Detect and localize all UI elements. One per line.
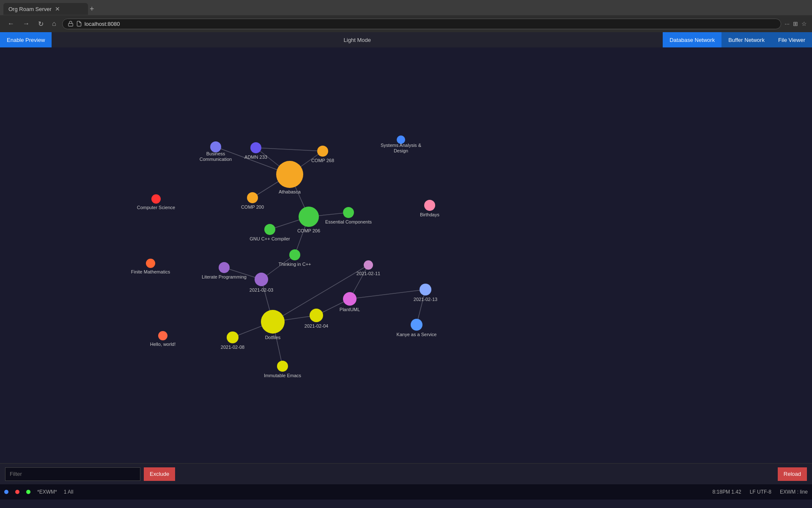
- node-label-business_comm: Business: [206, 151, 225, 156]
- node-thinking_cpp[interactable]: Thinking in C++: [278, 249, 311, 267]
- node-comp200[interactable]: COMP 200: [241, 192, 264, 210]
- node-literate_prog[interactable]: Literate Programming: [202, 262, 247, 279]
- workspace-label: 1 All: [64, 489, 74, 495]
- node-dotfiles[interactable]: Dotfiles: [261, 310, 285, 340]
- node-birthdays[interactable]: Birthdays: [420, 200, 439, 217]
- exwm-label: *EXWM*: [37, 489, 57, 495]
- node-comp206[interactable]: COMP 206: [297, 207, 320, 233]
- node-plantuml[interactable]: PlantUML: [340, 292, 360, 312]
- node-circle-computer_science: [151, 194, 161, 204]
- address-bar[interactable]: localhost:8080: [62, 19, 782, 29]
- node-circle-thinking_cpp: [289, 249, 300, 260]
- home-button[interactable]: ⌂: [49, 19, 59, 28]
- node-label-essential_components: Essential Components: [325, 219, 372, 224]
- back-button[interactable]: ←: [5, 19, 17, 28]
- node-label-2021_02_11: 2021-02-11: [357, 271, 380, 276]
- node-circle-2021_02_04: [310, 309, 323, 322]
- nav-tabs: Database Network Buffer Network File Vie…: [663, 32, 812, 47]
- forward-button[interactable]: →: [20, 19, 32, 28]
- database-network-tab[interactable]: Database Network: [663, 32, 721, 47]
- node-circle-comp206: [299, 207, 319, 227]
- file-viewer-tab[interactable]: File Viewer: [771, 32, 812, 47]
- node-label-athabasca: Athabasca: [279, 189, 301, 194]
- node-circle-gnu_cpp: [264, 224, 275, 235]
- node-label-plantuml: PlantUML: [340, 307, 360, 312]
- node-business_comm[interactable]: BusinessCommunication: [200, 141, 232, 162]
- node-label-hello_world: Hello, world!: [150, 342, 176, 347]
- node-circle-birthdays: [424, 200, 435, 211]
- node-essential_components[interactable]: Essential Components: [325, 207, 372, 224]
- exclude-button[interactable]: Exclude: [144, 467, 175, 481]
- node-computer_science[interactable]: Computer Science: [137, 194, 176, 210]
- node-label-comp200: COMP 200: [241, 204, 264, 210]
- node-circle-kanye: [411, 319, 422, 331]
- node-label-thinking_cpp: Thinking in C++: [278, 262, 311, 267]
- enable-preview-button[interactable]: Enable Preview: [0, 32, 52, 47]
- node-label-immutable_emacs: Immutable Emacs: [264, 373, 302, 378]
- url-display: localhost:8080: [85, 21, 120, 27]
- node-systems_analysis[interactable]: Systems Analysis &Design: [381, 135, 422, 153]
- node-2021_02_13[interactable]: 2021-02-13: [414, 284, 437, 302]
- refresh-button[interactable]: ↻: [36, 19, 46, 29]
- extensions-icon[interactable]: ⊞: [793, 20, 798, 27]
- node-label-2021_02_04: 2021-02-04: [304, 323, 328, 329]
- node-circle-literate_prog: [219, 262, 230, 273]
- node-2021_02_03[interactable]: 2021-02-03: [250, 273, 273, 293]
- app-bar: Enable Preview Light Mode Database Netwo…: [0, 32, 812, 47]
- status-right: 8:18PM 1.42 LF UTF-8 EXWM : line: [713, 489, 808, 495]
- tab-close-button[interactable]: ✕: [55, 6, 60, 12]
- status-bar: *EXWM* 1 All 8:18PM 1.42 LF UTF-8 EXWM :…: [0, 484, 812, 500]
- node-circle-dotfiles: [261, 310, 285, 334]
- network-canvas[interactable]: AthabascaCOMP 206ADMN 233COMP 268Busines…: [0, 47, 812, 463]
- node-admn233[interactable]: ADMN 233: [244, 142, 267, 160]
- node-label-computer_science: Computer Science: [137, 205, 176, 210]
- node-label-business_comm: Communication: [200, 157, 232, 162]
- reload-button[interactable]: Reload: [778, 467, 807, 481]
- status-dot-red: [15, 490, 19, 494]
- page-icon: [76, 21, 82, 27]
- node-circle-comp200: [247, 192, 258, 203]
- lock-icon: [68, 21, 74, 27]
- node-label-comp206: COMP 206: [297, 228, 320, 233]
- browser-extras: ··· ⊞ ☆: [785, 20, 807, 27]
- more-button[interactable]: ···: [785, 20, 790, 27]
- node-circle-finite_math: [146, 259, 155, 268]
- node-gnu_cpp[interactable]: GNU C++ Compiler: [250, 224, 290, 241]
- node-hello_world[interactable]: Hello, world!: [150, 331, 176, 347]
- node-label-kanye: Kanye as a Service: [397, 332, 437, 337]
- status-dot-green: [26, 490, 30, 494]
- tab-title: Org Roam Server: [8, 6, 52, 12]
- node-label-2021_02_13: 2021-02-13: [414, 297, 437, 302]
- node-label-gnu_cpp: GNU C++ Compiler: [250, 236, 290, 241]
- node-label-2021_02_08: 2021-02-08: [221, 345, 244, 350]
- filter-input[interactable]: [5, 467, 140, 481]
- nav-bar: ← → ↻ ⌂ localhost:8080 ··· ⊞ ☆: [0, 15, 812, 32]
- browser-chrome: Org Roam Server ✕ + ← → ↻ ⌂ localhost:80…: [0, 0, 812, 32]
- svg-rect-0: [68, 23, 73, 26]
- network-svg: AthabascaCOMP 206ADMN 233COMP 268Busines…: [0, 47, 812, 463]
- node-immutable_emacs[interactable]: Immutable Emacs: [264, 361, 302, 378]
- node-finite_math[interactable]: Finite Mathematics: [131, 259, 170, 274]
- node-label-literate_prog: Literate Programming: [202, 274, 247, 279]
- node-label-finite_math: Finite Mathematics: [131, 269, 170, 274]
- edge-admn233-comp268: [256, 148, 323, 151]
- status-dot-blue: [4, 490, 8, 494]
- new-tab-button[interactable]: +: [90, 5, 94, 14]
- node-circle-athabasca: [276, 161, 303, 188]
- node-2021_02_11[interactable]: 2021-02-11: [357, 260, 380, 276]
- node-circle-2021_02_08: [227, 331, 239, 343]
- node-circle-plantuml: [343, 292, 357, 306]
- active-tab[interactable]: Org Roam Server ✕: [3, 3, 88, 15]
- node-label-2021_02_03: 2021-02-03: [250, 287, 273, 293]
- bookmark-icon[interactable]: ☆: [801, 20, 807, 27]
- mode-display: EXWM : line: [780, 489, 808, 495]
- node-label-systems_analysis: Design: [394, 148, 408, 153]
- node-comp268[interactable]: COMP 268: [311, 146, 334, 163]
- node-kanye[interactable]: Kanye as a Service: [397, 319, 437, 337]
- tab-bar: Org Roam Server ✕ +: [0, 0, 812, 15]
- node-athabasca[interactable]: Athabasca: [276, 161, 303, 194]
- light-mode-label: Light Mode: [344, 37, 371, 43]
- time-display: 8:18PM 1.42: [713, 489, 741, 495]
- node-label-dotfiles: Dotfiles: [265, 335, 281, 340]
- buffer-network-tab[interactable]: Buffer Network: [721, 32, 771, 47]
